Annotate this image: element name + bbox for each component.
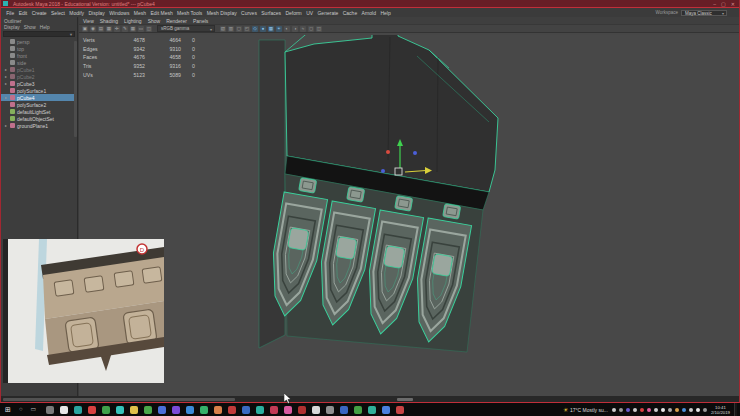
outliner-item[interactable]: top [1,45,77,52]
viewport-toolbar-icon[interactable]: ◑ [292,26,298,32]
outliner-menu-item[interactable]: Help [40,25,50,30]
outliner-scrollbar[interactable] [74,41,77,137]
viewport-menu-item[interactable]: Lighting [124,18,142,24]
menu-item[interactable]: Display [86,10,107,16]
viewport-toolbar-icon[interactable]: ◰ [244,26,250,32]
outliner-item[interactable]: front [1,52,77,59]
viewport-toolbar-icon[interactable]: ◐ [284,26,290,32]
outliner-menu-item[interactable]: Show [24,25,36,30]
taskbar-app-icon[interactable] [88,406,96,414]
tray-icon[interactable] [703,408,707,412]
viewport-toolbar-icon[interactable]: ✎ [122,26,128,32]
show-desktop-button[interactable] [734,403,737,416]
outliner-item[interactable]: defaultLightSet [1,108,77,115]
viewport-toolbar-icon[interactable]: ◻ [308,26,314,32]
gizmo-red-handle[interactable] [386,150,390,154]
task-view-icon[interactable]: ▭ [31,403,37,416]
tray-icon[interactable] [633,408,637,412]
tray-icon[interactable] [689,408,693,412]
expand-arrow-icon[interactable]: ▸ [4,81,8,86]
menu-item[interactable]: Mesh Tools [175,10,205,16]
tray-icon[interactable] [668,408,672,412]
menu-item[interactable]: Modify [67,10,86,16]
taskbar-app-icon[interactable] [382,406,390,414]
taskbar-app-icon[interactable] [354,406,362,414]
viewport-toolbar-icon[interactable]: ◉ [90,26,96,32]
menu-item[interactable]: Select [49,10,67,16]
menu-item[interactable]: Mesh [132,10,149,16]
menu-item[interactable]: Edit [16,10,29,16]
start-button[interactable]: ⊞ [5,403,11,416]
expand-arrow-icon[interactable]: ▸ [4,123,8,128]
close-button[interactable]: ✕ [731,2,735,7]
taskbar-app-icon[interactable] [186,406,194,414]
viewport-menu-item[interactable]: Panels [193,18,208,24]
taskbar-app-icon[interactable] [284,406,292,414]
horizontal-scrollbar[interactable] [3,398,235,401]
menu-item[interactable]: Generate [315,10,340,16]
tray-icon[interactable] [675,408,679,412]
viewport-toolbar-icon[interactable]: ◇ [252,26,258,32]
menu-item[interactable]: Create [29,10,48,16]
viewport-toolbar-icon[interactable]: ▭ [138,26,144,32]
taskbar-app-icon[interactable] [368,406,376,414]
taskbar-app-icon[interactable] [116,406,124,414]
title-bar[interactable]: Autodesk Maya 2018 - Educational Version… [1,0,739,8]
viewport-menu-item[interactable]: Renderer [166,18,187,24]
menu-item[interactable]: Mesh Display [204,10,238,16]
taskbar-app-icon[interactable] [298,406,306,414]
taskbar-app-icon[interactable] [60,406,68,414]
viewport-toolbar-icon[interactable]: ≈ [300,26,306,32]
viewport-toolbar-icon[interactable]: ▦ [130,26,136,32]
taskbar-app-icon[interactable] [270,406,278,414]
taskbar-app-icon[interactable] [158,406,166,414]
menu-item[interactable]: Surfaces [259,10,283,16]
viewport-toolbar-icon[interactable]: ☀ [276,26,282,32]
3d-model[interactable] [79,35,739,396]
time-slider-handle[interactable] [397,398,413,401]
outliner-item[interactable]: ▸ groundPlane1 [1,122,77,129]
expand-arrow-icon[interactable]: ▸ [4,95,8,100]
workspace-dropdown[interactable]: Maya Classic ▾ [681,10,727,16]
tray-icon[interactable] [682,408,686,412]
viewport-toolbar-icon[interactable]: ▢ [236,26,242,32]
taskbar-app-icon[interactable] [102,406,110,414]
taskbar-app-icon[interactable] [312,406,320,414]
viewport-menu-item[interactable]: Shading [100,18,118,24]
gizmo-blue-handle[interactable] [413,151,417,155]
viewport-toolbar-icon[interactable]: ▤ [98,26,104,32]
outliner-item[interactable]: ▸ pCube1 [1,66,77,73]
tray-icon[interactable] [640,408,644,412]
viewport-toolbar-icon[interactable]: ◫ [146,26,152,32]
outliner-item[interactable]: defaultObjectSet [1,115,77,122]
menu-item[interactable]: File [4,10,16,16]
menu-item[interactable]: Cache [341,10,360,16]
menu-item[interactable]: Deform [283,10,304,16]
viewport-menu-item[interactable]: View [83,18,94,24]
tray-icon[interactable] [654,408,658,412]
taskbar-app-icon[interactable] [340,406,348,414]
outliner-menu-item[interactable]: Display [4,25,20,30]
tray-icon[interactable] [647,408,651,412]
taskbar-app-icon[interactable] [396,406,404,414]
tray-icon[interactable] [626,408,630,412]
taskbar-app-icon[interactable] [214,406,222,414]
viewport-toolbar-icon[interactable]: ▦ [106,26,112,32]
taskbar-app-icon[interactable] [144,406,152,414]
menu-item[interactable]: Windows [107,10,132,16]
menu-item[interactable]: Edit Mesh [148,10,175,16]
menu-item[interactable]: Arnold [359,10,378,16]
outliner-item[interactable]: persp [1,38,77,45]
weather-widget[interactable]: ☀ 17°C Mostly su... [563,406,608,413]
outliner-item[interactable]: ▸ pCube3 [1,80,77,87]
outliner-item[interactable]: polySurface1 [1,87,77,94]
viewport-toolbar-icon[interactable]: ✛ [114,26,120,32]
expand-arrow-icon[interactable]: ▸ [4,74,8,79]
tray-icon[interactable] [696,408,700,412]
taskbar-app-icon[interactable] [46,406,54,414]
outliner-search-input[interactable]: ▼ [3,31,75,37]
menu-item[interactable]: Help [378,10,393,16]
viewport-menu-item[interactable]: Show [148,18,161,24]
gizmo-blue-handle2[interactable] [381,169,385,173]
menu-item[interactable]: Curves [239,10,259,16]
